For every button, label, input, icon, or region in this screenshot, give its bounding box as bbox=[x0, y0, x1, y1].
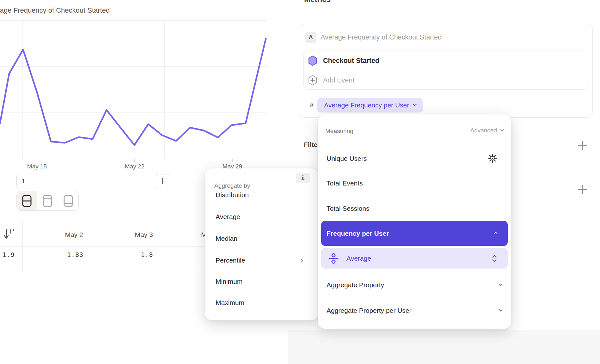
plus-icon bbox=[159, 178, 166, 185]
average-ratio-icon bbox=[328, 253, 339, 264]
info-badge[interactable]: i bbox=[296, 173, 310, 183]
chevron-right-icon bbox=[299, 259, 303, 262]
chevron-up-down-icon bbox=[492, 255, 497, 262]
aggregate-property-per-user-label: Aggregate Property per User bbox=[327, 307, 411, 314]
layout-table-only-icon bbox=[63, 194, 74, 208]
event-name: Checkout Started bbox=[323, 57, 379, 65]
event-row[interactable]: Checkout Started bbox=[308, 54, 583, 67]
menu-item-unique-users[interactable]: Unique Users bbox=[327, 155, 367, 162]
selected-item-label: Frequency per User bbox=[327, 230, 389, 237]
add-breakdown-button[interactable] bbox=[578, 185, 588, 195]
menu-item-minimum[interactable]: Minimum bbox=[216, 278, 242, 285]
add-annotation-button[interactable] bbox=[156, 174, 169, 188]
menu-item-frequency-per-user-selected[interactable]: Frequency per User bbox=[321, 221, 508, 246]
measuring-popup: Measuring Advanced Unique Users Total Ev… bbox=[318, 114, 511, 329]
sub-item-label: Average bbox=[346, 255, 492, 262]
bottom-section-background bbox=[288, 331, 600, 364]
menu-item-total-events[interactable]: Total Events bbox=[327, 179, 363, 187]
table-value-cell: 1.8 bbox=[128, 251, 166, 258]
layout-split-option[interactable] bbox=[17, 191, 37, 210]
chart-table-layout-toggle bbox=[16, 191, 79, 211]
advanced-toggle[interactable]: Advanced bbox=[470, 127, 503, 134]
aggregate-by-header: Aggregate by bbox=[214, 182, 250, 189]
layout-chart-only-icon bbox=[42, 194, 53, 208]
chevron-down-icon bbox=[499, 308, 502, 312]
granularity-input[interactable]: 1 bbox=[16, 174, 30, 188]
table-value-cell: 1.9 bbox=[0, 251, 28, 258]
add-event-button[interactable]: Add Event bbox=[308, 74, 583, 87]
event-hexagon-icon bbox=[308, 55, 317, 66]
table-header-cell[interactable]: May 3 bbox=[125, 231, 163, 239]
sort-descending-icon[interactable] bbox=[3, 228, 15, 240]
gear-icon[interactable] bbox=[488, 154, 497, 163]
table-value-cell: 1.83 bbox=[56, 251, 94, 258]
layout-table-only-option[interactable] bbox=[58, 191, 78, 210]
menu-item-maximum[interactable]: Maximum bbox=[216, 299, 244, 306]
chevron-down-icon bbox=[413, 103, 417, 106]
aggregate-property-label: Aggregate Property bbox=[327, 281, 384, 289]
menu-item-frequency-average[interactable]: Average bbox=[321, 248, 508, 269]
menu-item-aggregate-property[interactable]: Aggregate Property bbox=[321, 276, 508, 294]
menu-item-aggregate-property-per-user[interactable]: Aggregate Property per User bbox=[321, 302, 508, 319]
menu-item-distribution[interactable]: Distribution bbox=[216, 191, 249, 199]
numeric-measure-symbol: # bbox=[308, 101, 315, 109]
series-line bbox=[0, 39, 266, 145]
advanced-label: Advanced bbox=[470, 127, 497, 134]
metrics-section-title: Metrics bbox=[304, 0, 331, 4]
frequency-line-chart bbox=[0, 0, 288, 177]
measuring-header: Measuring bbox=[325, 128, 353, 135]
mixpanel-insights-screen: Average Frequency of Checkout Started Ma… bbox=[0, 0, 600, 364]
chevron-up-icon bbox=[494, 232, 497, 235]
aggregate-by-popup: Aggregate by i Distribution Average Medi… bbox=[205, 168, 318, 320]
measure-pill-label: Average Frequency per User bbox=[324, 101, 409, 109]
measure-selector-pill[interactable]: Average Frequency per User bbox=[317, 98, 423, 112]
menu-item-percentile[interactable]: Percentile bbox=[216, 257, 245, 264]
menu-item-median[interactable]: Median bbox=[216, 235, 237, 242]
chevron-down-icon bbox=[499, 282, 502, 286]
chevron-down-icon bbox=[500, 128, 504, 131]
table-header-cell[interactable]: May 2 bbox=[55, 231, 93, 239]
menu-item-average[interactable]: Average bbox=[216, 213, 240, 221]
metric-name-input[interactable]: Average Frequency of Checkout Started bbox=[321, 33, 442, 41]
x-axis-label: May 15 bbox=[23, 163, 51, 170]
x-axis-label: May 22 bbox=[120, 163, 149, 170]
metric-letter-badge: A bbox=[305, 32, 316, 43]
add-event-hexagon-icon bbox=[308, 75, 317, 86]
menu-item-total-sessions[interactable]: Total Sessions bbox=[327, 205, 369, 212]
layout-split-icon bbox=[21, 194, 32, 208]
layout-chart-only-option[interactable] bbox=[37, 191, 58, 210]
add-filter-button[interactable] bbox=[578, 141, 588, 151]
add-event-label: Add Event bbox=[323, 76, 354, 84]
